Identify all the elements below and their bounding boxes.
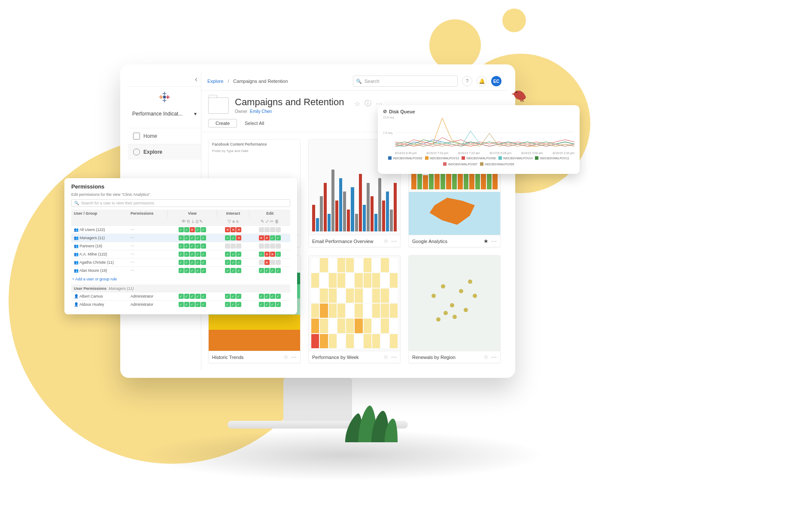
collapse-sidebar-icon[interactable]: ‹: [195, 75, 197, 84]
disk-title: Disk Queue: [389, 109, 415, 114]
page-title: Campaigns and Retention: [235, 97, 344, 108]
breadcrumb-sep: /: [228, 79, 229, 84]
topbar: Explore / Campaigns and Retention 🔍 Sear…: [201, 72, 507, 91]
add-rule-link[interactable]: + Add a user or group rule: [71, 274, 118, 284]
favorite-icon[interactable]: ☆: [383, 354, 389, 360]
search-input[interactable]: 🔍 Search: [353, 76, 458, 87]
nav-label: Explore: [143, 149, 162, 155]
bush-icon: [339, 395, 404, 444]
disk-chart: 15.0 req 7.5 req 8/14/15 8:45 pm8/15/15 …: [383, 116, 574, 155]
perm-row[interactable]: 👥 All Users (122)⋯✓✓✕✓✓✕✕✕: [71, 226, 290, 234]
disk-icon: ⊘: [383, 109, 387, 114]
more-icon[interactable]: ⋯: [491, 354, 497, 360]
owner-line: Owner Emily Chen: [235, 109, 344, 114]
workbook-card[interactable]: Renewals by Region☆⋯: [408, 255, 501, 363]
favorite-icon[interactable]: ☆: [354, 100, 360, 108]
nav-explore[interactable]: Explore: [128, 144, 201, 160]
folder-icon: [208, 97, 229, 114]
permissions-title: Permissions: [71, 183, 290, 190]
svg-point-10: [516, 92, 517, 93]
select-all-button[interactable]: Select All: [245, 121, 264, 126]
permissions-card: Permissions Edit permissions for the vie…: [64, 178, 297, 314]
card-title: Google Analytics: [412, 239, 447, 244]
decor-circle: [502, 9, 526, 32]
breadcrumb-current: Campaigns and Retention: [233, 79, 288, 84]
permissions-subtitle: Edit permissions for the view "Clinic An…: [71, 192, 290, 197]
owner-link[interactable]: Emily Chen: [250, 109, 272, 114]
more-icon[interactable]: ⋯: [391, 238, 397, 244]
breadcrumb-root[interactable]: Explore: [207, 79, 223, 84]
info-icon[interactable]: ⓘ: [365, 99, 371, 108]
favorite-icon[interactable]: ☆: [383, 238, 389, 244]
favorite-icon[interactable]: ☆: [283, 354, 289, 360]
perm-user-row[interactable]: 👤 Aldous HuxleyAdministrator✓✓✓✓✓✓✓✓✓✓✓✓: [71, 301, 290, 309]
favorite-icon[interactable]: ★: [483, 238, 489, 244]
perm-user-row[interactable]: 👤 Albert CamusAdministrator✓✓✓✓✓✓✓✓✓✓✓✓: [71, 292, 290, 301]
favorite-icon[interactable]: ☆: [483, 354, 489, 360]
workspace-select[interactable]: Performance Indicat... ▾: [128, 107, 201, 120]
help-icon[interactable]: ?: [462, 76, 472, 86]
chevron-down-icon: ▾: [194, 111, 197, 117]
decor-circle: [429, 19, 481, 71]
explore-icon: [133, 149, 140, 155]
workspace-label: Performance Indicat...: [132, 111, 182, 117]
more-icon[interactable]: ⋯: [491, 238, 497, 244]
nav-home[interactable]: Home: [128, 128, 201, 144]
disk-queue-card: ⊘Disk Queue 15.0 req 7.5 req 8/14/15 8:4…: [378, 105, 580, 174]
card-title: Email Performance Overview: [312, 239, 373, 244]
card-title: Renewals by Region: [412, 355, 456, 360]
perm-row[interactable]: 👥 Alan Moore (19)⋯✓✓✓✓✓✓✓✓✓✓✓✓: [71, 267, 290, 275]
nav-label: Home: [143, 133, 157, 139]
col-user: User / Group: [71, 210, 128, 217]
home-icon: [133, 133, 140, 140]
user-avatar[interactable]: EC: [491, 76, 501, 86]
col-interact: Interact: [217, 210, 249, 217]
search-placeholder: Search: [365, 79, 380, 84]
card-title: Historic Trends: [212, 355, 243, 360]
search-icon: 🔍: [356, 79, 362, 84]
create-button[interactable]: Create: [208, 119, 237, 128]
permissions-search[interactable]: 🔍 Search for a user to view their permis…: [71, 199, 290, 207]
col-perms: Permissions: [128, 210, 168, 217]
card-title: Performance by Week: [312, 355, 359, 360]
col-edit: Edit: [249, 210, 290, 217]
bird-icon: [511, 87, 529, 103]
workbook-card[interactable]: Performance by Week☆⋯: [308, 255, 401, 363]
col-view: View: [168, 210, 217, 217]
more-icon[interactable]: ⋯: [291, 354, 297, 360]
notifications-icon[interactable]: 🔔: [477, 76, 487, 86]
perm-row[interactable]: 👥 Managers (11)⋯✓✓✓✓✓✓✓✕✕✕✓✓: [71, 234, 290, 242]
tableau-logo-icon: [128, 87, 201, 107]
perm-row[interactable]: 👥 A.A. Milne (122)⋯✓✓✓✓✓✓✓✓✓✕✕✓: [71, 250, 290, 258]
perm-row[interactable]: 👥 Partners (19)⋯✓✓✓✓✓: [71, 242, 290, 250]
perm-row[interactable]: 👥 Agatha Christie (11)⋯✓✓✓✓✓✓✓✓✕: [71, 258, 290, 267]
more-icon[interactable]: ⋯: [391, 354, 397, 360]
search-icon: 🔍: [74, 201, 79, 205]
